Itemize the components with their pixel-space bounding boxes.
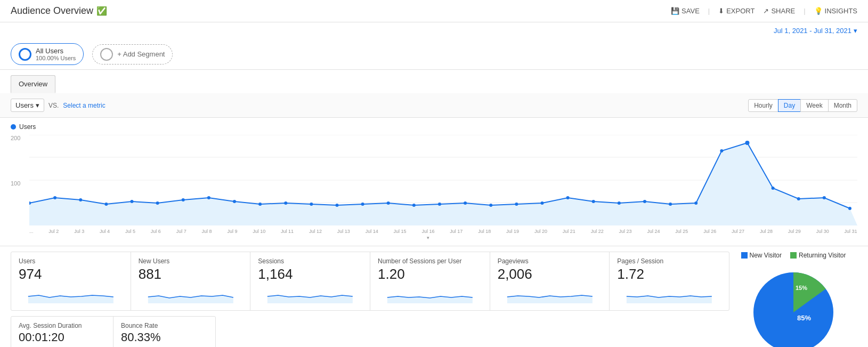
sparkline-new-users: [139, 285, 243, 303]
returning-visitor-color: [790, 252, 797, 259]
dropdown-arrow-icon: ▾: [36, 101, 39, 109]
chart-dot: [182, 198, 185, 201]
metrics-row-2: Avg. Session Duration 00:01:20 Bounce Ra…: [11, 316, 216, 347]
pie-new-visitor-label: 85%: [797, 314, 811, 322]
day-button[interactable]: Day: [778, 99, 801, 112]
chart-legend: Users: [11, 123, 857, 131]
save-icon: 💾: [671, 7, 679, 15]
chart-dot: [79, 198, 82, 201]
chart-dot: [361, 203, 364, 206]
chart-peak-dot: [745, 141, 749, 145]
chart-dot: [284, 201, 287, 205]
chart-area: Users 200 100: [0, 118, 868, 241]
date-range[interactable]: Jul 1, 2021 - Jul 31, 2021 ▾: [0, 22, 868, 39]
chart-fill: [29, 143, 857, 225]
chart-dot: [669, 203, 672, 206]
tabs-bar: Overview: [0, 70, 868, 93]
chart-svg-wrapper: [29, 135, 857, 225]
insights-button[interactable]: 💡 INSIGHTS: [814, 7, 857, 15]
segment-circle: [19, 48, 31, 61]
add-segment-button[interactable]: + Add Segment: [92, 44, 173, 64]
export-icon: ⬇: [718, 7, 724, 15]
chart-dot: [387, 201, 390, 205]
y-axis-labels: 200 100: [11, 135, 29, 225]
chart-dot: [848, 207, 851, 210]
insights-icon: 💡: [814, 7, 823, 15]
chart-dot: [53, 196, 56, 199]
time-buttons: Hourly Day Week Month: [748, 99, 857, 112]
chart-dot: [823, 196, 826, 199]
chart-dot: [540, 201, 543, 205]
metric-avg-session-duration: Avg. Session Duration 00:01:20: [11, 317, 113, 347]
returning-visitor-legend: Returning Visitor: [790, 252, 846, 259]
chart-svg: [29, 135, 857, 225]
sparkline-users: [19, 285, 123, 303]
chevron-down-icon: ▾: [854, 27, 857, 35]
chart-dot: [438, 203, 441, 206]
chart-dot: [720, 149, 723, 152]
chart-dot: [464, 201, 467, 205]
sparkline-sessions-per-user: [378, 285, 482, 303]
sparkline-pageviews: [498, 285, 602, 303]
export-button[interactable]: ⬇ EXPORT: [718, 7, 755, 15]
chart-dot: [489, 204, 492, 207]
metric-pageviews: Pageviews 2,006: [490, 252, 610, 310]
page-title: Audience Overview: [11, 5, 93, 17]
chart-dot: [643, 200, 646, 203]
select-metric-link[interactable]: Select a metric: [63, 102, 105, 109]
chart-dot: [797, 197, 800, 200]
share-button[interactable]: ↗ SHARE: [763, 7, 795, 15]
header-left: Audience Overview ✅: [11, 5, 107, 17]
metric-sessions-per-user: Number of Sessions per User 1.20: [370, 252, 490, 310]
verified-icon: ✅: [96, 6, 107, 16]
pie-section: New Visitor Returning Visitor 85% 15%: [729, 246, 857, 347]
tab-overview[interactable]: Overview: [11, 75, 55, 93]
metric-sessions: Sessions 1,164: [250, 252, 370, 310]
legend-dot: [11, 124, 16, 130]
new-visitor-legend: New Visitor: [741, 252, 782, 259]
chart-dot: [258, 203, 262, 206]
x-axis-labels: ... Jul 2 Jul 3 Jul 4 Jul 5 Jul 6 Jul 7 …: [29, 227, 857, 241]
sparkline-pages-per-session: [617, 285, 721, 303]
chart-container: 200 100: [11, 135, 857, 241]
chart-dot: [566, 196, 570, 199]
chart-dot: [694, 201, 697, 205]
week-button[interactable]: Week: [800, 99, 828, 112]
sparkline-sessions: [258, 285, 362, 303]
chart-dot: [207, 196, 210, 199]
metric-users: Users 974: [11, 252, 131, 310]
segments-bar: All Users 100.00% Users + Add Segment: [0, 39, 868, 70]
month-button[interactable]: Month: [828, 99, 857, 112]
header-actions: 💾 SAVE | ⬇ EXPORT ↗ SHARE | 💡 INSIGHTS: [671, 7, 857, 15]
controls-row: Users ▾ VS. Select a metric Hourly Day W…: [0, 93, 868, 118]
chart-dot: [104, 203, 108, 206]
metric-pages-per-session: Pages / Session 1.72: [610, 252, 729, 310]
chart-dot: [130, 200, 133, 203]
chart-dot: [592, 200, 595, 203]
chart-dot: [412, 204, 416, 207]
metrics-section: Users 974 New Users 881 Sessions 1,164: [11, 246, 729, 347]
chart-dot: [335, 204, 338, 207]
chart-dot: [772, 187, 775, 190]
metric-new-users: New Users 881: [131, 252, 251, 310]
metric-selector: Users ▾ VS. Select a metric: [11, 99, 106, 112]
new-visitor-color: [741, 252, 748, 259]
top-bar: Audience Overview ✅ 💾 SAVE | ⬇ EXPORT ↗ …: [0, 0, 868, 22]
chart-dot: [618, 201, 621, 205]
pie-chart: 85% 15%: [745, 264, 841, 347]
segment-info: All Users 100.00% Users: [36, 47, 76, 61]
chart-dot: [310, 203, 313, 206]
chart-dot: [233, 200, 236, 203]
share-icon: ↗: [763, 7, 769, 15]
add-segment-circle: [100, 48, 113, 61]
save-button[interactable]: 💾 SAVE: [671, 7, 700, 15]
metrics-row-1: Users 974 New Users 881 Sessions 1,164: [11, 252, 729, 311]
hourly-button[interactable]: Hourly: [748, 99, 778, 112]
metric-dropdown[interactable]: Users ▾: [11, 99, 44, 112]
pie-returning-visitor-label: 15%: [796, 285, 807, 291]
chart-dot: [515, 203, 518, 206]
all-users-segment[interactable]: All Users 100.00% Users: [11, 43, 84, 65]
chart-dot: [156, 201, 159, 205]
pie-legend: New Visitor Returning Visitor: [741, 252, 846, 259]
metric-bounce-rate: Bounce Rate 80.33%: [113, 317, 215, 347]
